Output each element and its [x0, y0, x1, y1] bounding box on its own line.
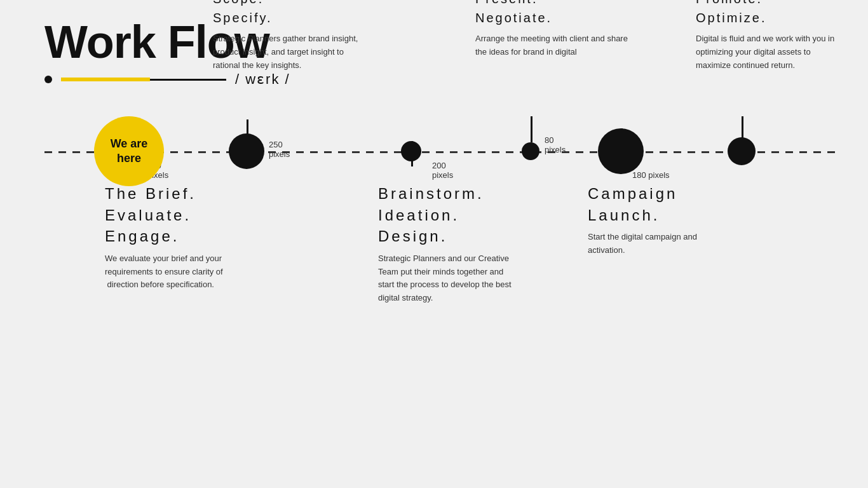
stage-5-desc-lower: Start the digital campaign and activatio… — [588, 231, 721, 257]
black-underline — [150, 79, 226, 81]
stage-2-heading-upper: Initiate.Scope.Specify. — [213, 0, 365, 27]
stage-3-heading-lower: Brainstorm.Ideation.Design. — [378, 183, 518, 247]
stage-4-tick — [531, 116, 532, 142]
stage-6-circle — [728, 137, 756, 165]
stage-5-heading-lower: CampaignLaunch. — [588, 183, 721, 226]
stage-4-upper-text: Meet.Present.Negotiate. Arrange the meet… — [475, 0, 628, 59]
stage-4-circle — [522, 142, 539, 160]
stage-6-tick — [742, 116, 743, 138]
stage-3-lower-text: Brainstorm.Ideation.Design. Strategic Pl… — [378, 183, 518, 305]
we-are-here-text: We arehere — [111, 137, 148, 166]
stage-3-tick — [411, 141, 413, 166]
timeline-container: We arehere 100pixels The Brief.Evaluate.… — [44, 94, 836, 310]
stage-2-pixel-label: 250pixels — [269, 140, 290, 159]
stage-5-lower-text: CampaignLaunch. Start the digital campai… — [588, 183, 721, 257]
stage-1-heading-lower: The Brief.Evaluate.Engage. — [105, 183, 245, 247]
stage-1-desc-lower: We evaluate your brief and your requirem… — [105, 252, 245, 292]
yellow-underline — [61, 78, 150, 81]
stage-3-desc-lower: Strategic Planners and our Creative Team… — [378, 252, 518, 305]
stage-2-upper-text: Initiate.Scope.Specify. Strategic Planne… — [213, 0, 365, 72]
stage-2-tick — [247, 119, 248, 141]
stage-1-lower-text: The Brief.Evaluate.Engage. We evaluate y… — [105, 183, 245, 292]
stage-4-desc-upper: Arrange the meeting with client and shar… — [475, 32, 628, 59]
we-are-here-circle: We arehere — [94, 116, 164, 186]
page: Work Flow / wɛrk / We arehere 100pixels … — [0, 0, 868, 488]
stage-4-heading-upper: Meet.Present.Negotiate. — [475, 0, 628, 27]
phonetic-text: / wɛrk / — [235, 71, 290, 88]
stage-2-desc-upper: Strategic Planners gather brand insight,… — [213, 32, 365, 72]
stage-6-upper-text: Maintain.Promote.Optimize. Digital is fl… — [696, 0, 836, 72]
stage-3-pixel-label: 200pixels — [432, 161, 453, 180]
stage-5-pixel-label: 180 pixels — [632, 170, 670, 180]
bullet-dot-icon — [44, 76, 52, 83]
stage-5-tick — [621, 128, 623, 163]
stage-6-desc-upper: Digital is fluid and we work with you in… — [696, 32, 836, 72]
subtitle-row: / wɛrk / — [44, 71, 836, 88]
stage-4-pixel-label: 80pixels — [545, 135, 566, 154]
stage-6-heading-upper: Maintain.Promote.Optimize. — [696, 0, 836, 27]
